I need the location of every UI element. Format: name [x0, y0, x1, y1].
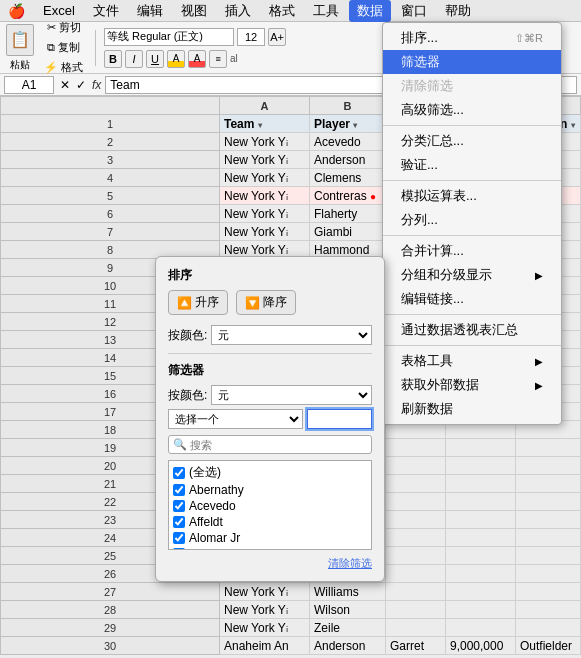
cell-r6-c2[interactable]: Giambi	[310, 223, 386, 241]
checklist-checkbox[interactable]	[173, 484, 185, 496]
checklist-checkbox[interactable]	[173, 500, 185, 512]
cell-reference-input[interactable]	[4, 76, 54, 94]
cell-r29-c3[interactable]: Garret	[386, 637, 446, 655]
menu-sort[interactable]: 排序... ⇧⌘R	[383, 26, 561, 50]
confirm-formula-icon[interactable]: ✓	[74, 78, 88, 92]
checklist-item[interactable]: Anderson	[173, 546, 367, 550]
checklist-checkbox[interactable]	[173, 467, 185, 479]
sort-color-select[interactable]: 元	[211, 325, 372, 345]
col-header-b[interactable]: B	[310, 97, 386, 115]
cell-r27-c1[interactable]: New York Yᵢ	[220, 601, 310, 619]
cell-r18-c3[interactable]	[386, 439, 446, 457]
menu-insert[interactable]: 插入	[217, 0, 259, 22]
menu-get-external[interactable]: 获取外部数据 ▶	[383, 373, 561, 397]
italic-button[interactable]: I	[125, 50, 143, 68]
cell-r5-c2[interactable]: Flaherty	[310, 205, 386, 223]
cell-r27-c4[interactable]	[446, 601, 516, 619]
search-input[interactable]	[190, 439, 367, 451]
cell-r25-c5[interactable]	[516, 565, 581, 583]
cell-r23-c4[interactable]	[446, 529, 516, 547]
menu-pivot[interactable]: 通过数据透视表汇总	[383, 318, 561, 342]
checklist-item[interactable]: Affeldt	[173, 514, 367, 530]
header-cell-0[interactable]: Team ▾	[220, 115, 310, 133]
cell-r29-c5[interactable]: Outfielder	[516, 637, 581, 655]
cell-r5-c1[interactable]: New York Yᵢ	[220, 205, 310, 223]
cell-r22-c3[interactable]	[386, 511, 446, 529]
sort-asc-button[interactable]: 🔼 升序	[168, 290, 228, 315]
bold-button[interactable]: B	[104, 50, 122, 68]
cell-r28-c1[interactable]: New York Yᵢ	[220, 619, 310, 637]
cell-r23-c3[interactable]	[386, 529, 446, 547]
cell-r24-c3[interactable]	[386, 547, 446, 565]
sort-desc-button[interactable]: 🔽 降序	[236, 290, 296, 315]
menu-window[interactable]: 窗口	[393, 0, 435, 22]
cell-r26-c4[interactable]	[446, 583, 516, 601]
menu-format[interactable]: 格式	[261, 0, 303, 22]
cell-r2-c1[interactable]: New York Yᵢ	[220, 151, 310, 169]
cell-r2-c2[interactable]: Anderson	[310, 151, 386, 169]
cell-r29-c2[interactable]: Anderson	[310, 637, 386, 655]
cell-r1-c2[interactable]: Acevedo	[310, 133, 386, 151]
cell-r26-c1[interactable]: New York Yᵢ	[220, 583, 310, 601]
cell-r3-c2[interactable]: Clemens	[310, 169, 386, 187]
menu-help[interactable]: 帮助	[437, 0, 479, 22]
cell-r29-c1[interactable]: Anaheim An	[220, 637, 310, 655]
menu-group-outline[interactable]: 分组和分级显示 ▶	[383, 263, 561, 287]
data-dropdown-menu[interactable]: 排序... ⇧⌘R 筛选器 清除筛选 高级筛选... 分类汇总... 验证...…	[382, 22, 562, 425]
cell-r25-c3[interactable]	[386, 565, 446, 583]
sort-filter-dialog[interactable]: 排序 🔼 升序 🔽 降序 按颜色: 元 筛选器 按颜色: 元	[155, 256, 385, 582]
menu-tools[interactable]: 工具	[305, 0, 347, 22]
menu-consolidate[interactable]: 合并计算...	[383, 239, 561, 263]
cell-r1-c1[interactable]: New York Yᵢ	[220, 133, 310, 151]
cell-r28-c2[interactable]: Zeile	[310, 619, 386, 637]
cell-r19-c3[interactable]	[386, 457, 446, 475]
menu-advanced-filter[interactable]: 高级筛选...	[383, 98, 561, 122]
fill-color-swatch[interactable]: A	[167, 50, 185, 68]
cell-r20-c4[interactable]	[446, 475, 516, 493]
col-header-a[interactable]: A	[220, 97, 310, 115]
cell-r20-c3[interactable]	[386, 475, 446, 493]
menu-what-if[interactable]: 模拟运算表...	[383, 184, 561, 208]
header-cell-1[interactable]: Player ▾	[310, 115, 386, 133]
filter-condition-select[interactable]: 选择一个	[168, 409, 303, 429]
checklist-checkbox[interactable]	[173, 516, 185, 528]
cell-r21-c3[interactable]	[386, 493, 446, 511]
filter-value-input[interactable]	[307, 409, 372, 429]
menu-edit[interactable]: 编辑	[129, 0, 171, 22]
menu-subtotal[interactable]: 分类汇总...	[383, 129, 561, 153]
checklist-checkbox[interactable]	[173, 532, 185, 544]
font-size-input[interactable]	[237, 28, 265, 46]
cell-r18-c5[interactable]	[516, 439, 581, 457]
cell-r23-c5[interactable]	[516, 529, 581, 547]
checklist-item[interactable]: (全选)	[173, 463, 367, 482]
cell-r3-c1[interactable]: New York Yᵢ	[220, 169, 310, 187]
filter-color-select[interactable]: 元	[211, 385, 372, 405]
cell-r27-c5[interactable]	[516, 601, 581, 619]
cell-r21-c5[interactable]	[516, 493, 581, 511]
apple-menu-icon[interactable]: 🍎	[8, 3, 25, 19]
align-button[interactable]: ≡	[209, 50, 227, 68]
filter-checklist[interactable]: (全选)AbernathyAcevedoAffeldtAlomar JrAnde…	[168, 460, 372, 550]
menu-text-to-cols[interactable]: 分列...	[383, 208, 561, 232]
format-button[interactable]: ⚡ 格式	[40, 58, 87, 77]
paste-label[interactable]: 粘贴	[10, 58, 30, 72]
cell-r26-c5[interactable]	[516, 583, 581, 601]
cell-r6-c1[interactable]: New York Yᵢ	[220, 223, 310, 241]
cell-r4-c1[interactable]: New York Yᵢ	[220, 187, 310, 205]
cut-button[interactable]: ✂ 剪切	[40, 18, 87, 37]
menu-view[interactable]: 视图	[173, 0, 215, 22]
cell-r26-c3[interactable]	[386, 583, 446, 601]
menu-table-tools[interactable]: 表格工具 ▶	[383, 349, 561, 373]
cell-r28-c4[interactable]	[446, 619, 516, 637]
cell-r4-c2[interactable]: Contreras ●	[310, 187, 386, 205]
checklist-item[interactable]: Alomar Jr	[173, 530, 367, 546]
menu-refresh[interactable]: 刷新数据	[383, 397, 561, 421]
checklist-item[interactable]: Acevedo	[173, 498, 367, 514]
font-size-increase[interactable]: A+	[268, 28, 286, 46]
checklist-checkbox[interactable]	[173, 548, 185, 550]
cell-r22-c5[interactable]	[516, 511, 581, 529]
cancel-formula-icon[interactable]: ✕	[58, 78, 72, 92]
cell-r20-c5[interactable]	[516, 475, 581, 493]
cell-r24-c4[interactable]	[446, 547, 516, 565]
font-name-input[interactable]	[104, 28, 234, 46]
